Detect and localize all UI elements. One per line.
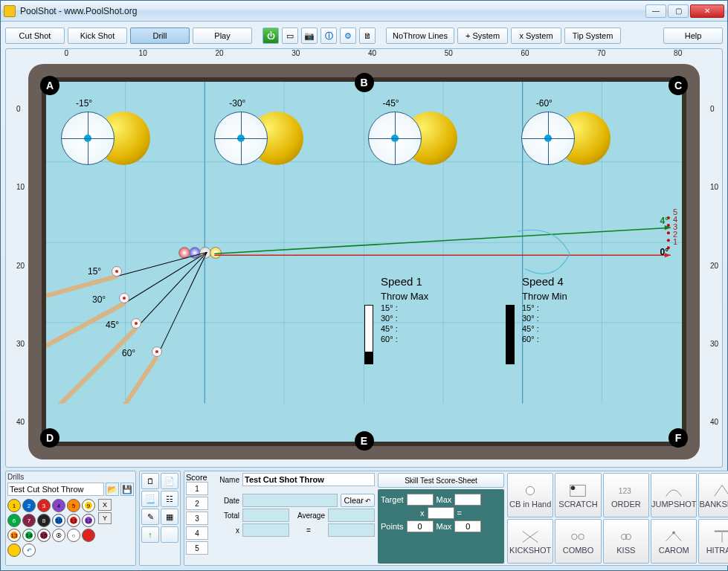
gear-icon[interactable]: ⚙	[340, 28, 356, 44]
clear-button[interactable]: Clear ↶	[341, 494, 375, 507]
kick-shot-button[interactable]: Kick Shot	[68, 28, 127, 44]
felt[interactable]: A B C D E F -15° -30° -45° -60°	[42, 77, 686, 446]
mode-carom[interactable]: CAROM	[651, 519, 698, 564]
pool-table-view[interactable]: 01020304050607080 010203040 010203040 A …	[5, 48, 723, 468]
max-input[interactable]	[454, 494, 481, 506]
angle-label-30: 30°	[92, 294, 106, 305]
shot-modes: CB in Hand SCRATCH 123ORDER JUMPSHOT BAN…	[507, 473, 728, 564]
pocket-c: C	[669, 76, 688, 95]
svg-marker-11	[665, 225, 671, 230]
mode-cb-in-hand[interactable]: CB in Hand	[507, 473, 553, 517]
total-input[interactable]	[242, 509, 289, 522]
score-slot-4[interactable]: 4	[186, 526, 208, 540]
help-button[interactable]: Help	[663, 28, 723, 44]
date-input[interactable]	[242, 494, 338, 507]
ball-3[interactable]: 3	[37, 499, 51, 512]
ball-6[interactable]: 6	[7, 514, 21, 527]
mode-order[interactable]: 123ORDER	[603, 473, 649, 517]
cut-shot-button[interactable]: Cut Shot	[5, 28, 65, 44]
ball-8[interactable]: 8	[37, 514, 51, 527]
info-icon[interactable]: ⓘ	[320, 28, 337, 44]
power-icon[interactable]: ⏻	[262, 28, 279, 44]
doc-icon[interactable]: 🗎	[359, 28, 376, 44]
note-icon[interactable]: 🗒	[141, 473, 159, 489]
x-input[interactable]	[242, 523, 289, 537]
blank-icon[interactable]	[161, 526, 178, 543]
screen-icon[interactable]: ▭	[282, 28, 298, 44]
ghost-ball[interactable]: ○	[67, 529, 80, 542]
red-ball[interactable]	[82, 529, 95, 542]
ball-13[interactable]: 13	[7, 529, 21, 542]
target-input[interactable]	[407, 494, 434, 506]
mode-kiss[interactable]: KISS	[603, 519, 649, 564]
x-system-button[interactable]: x System	[511, 28, 561, 44]
grid-icon[interactable]: ▦	[161, 509, 178, 525]
tip-system-button[interactable]: Tip System	[564, 28, 621, 44]
mode-bankshot[interactable]: BANKSHOT	[698, 473, 728, 517]
ball-12[interactable]: 12	[82, 514, 95, 527]
pocket-d: D	[40, 428, 59, 448]
mode-hitrail[interactable]: HITRAIL	[698, 519, 728, 564]
play-button[interactable]: Play	[193, 28, 252, 44]
nothrow-button[interactable]: NoThrow Lines	[386, 28, 454, 44]
ball-7[interactable]: 7	[22, 514, 36, 527]
mode-combo[interactable]: COMBO	[555, 519, 601, 564]
score-slot-2[interactable]: 2	[186, 497, 208, 510]
drill-name-input[interactable]	[7, 483, 104, 496]
undo-icon[interactable]: ↶	[22, 543, 36, 557]
camera-icon[interactable]: 📷	[301, 28, 318, 44]
score-name-input[interactable]	[242, 473, 375, 486]
score-slot-3[interactable]: 3	[186, 512, 208, 525]
mode-kickshot[interactable]: KICKSHOT	[507, 519, 553, 564]
close-button[interactable]: ✕	[690, 4, 724, 18]
svg-line-20	[46, 329, 136, 404]
max2-input[interactable]	[454, 520, 481, 532]
x2-input[interactable]	[428, 507, 454, 519]
traj-red-label: 0°	[660, 247, 669, 257]
minimize-button[interactable]: —	[645, 4, 666, 18]
ball-2[interactable]: 2	[22, 499, 36, 512]
diagram-angle-30: -30°	[229, 98, 245, 109]
ball-1[interactable]: 1	[7, 499, 21, 512]
svg-point-24	[667, 231, 670, 234]
mode-jumpshot[interactable]: JUMPSHOT	[651, 473, 698, 517]
list-icon[interactable]: ☷	[161, 491, 178, 507]
plus-system-button[interactable]: + System	[457, 28, 508, 44]
cue-ball[interactable]: ⦿	[52, 529, 65, 542]
ball-1-icon	[210, 247, 222, 259]
mode-scratch[interactable]: SCRATCH	[555, 473, 601, 517]
eq-input[interactable]	[328, 523, 375, 537]
ball-10[interactable]: 10	[52, 514, 65, 527]
x-button[interactable]: X	[98, 499, 112, 511]
action-icons: 🗒 📄 📃 ☷ ✎ ▦ ↑	[139, 471, 181, 566]
y-button[interactable]: Y	[98, 512, 112, 524]
score-slot-5[interactable]: 5	[186, 541, 208, 555]
score-sheet-button[interactable]: Skill Test Score-Sheet	[378, 473, 504, 488]
arrow-icon[interactable]: ↑	[141, 526, 159, 543]
ball-9[interactable]: 9	[82, 499, 95, 512]
maximize-button[interactable]: ▢	[668, 4, 689, 18]
drill-button[interactable]: Drill	[130, 28, 190, 44]
doc-icon[interactable]: 📄	[161, 473, 178, 489]
svg-point-32	[579, 534, 584, 539]
score-sheet: Skill Test Score-Sheet TargetMax x= Poin…	[378, 473, 504, 564]
score-slot-1[interactable]: 1	[186, 482, 208, 495]
average-input[interactable]	[328, 509, 375, 522]
ball-14[interactable]: 14	[22, 529, 36, 542]
speed-1-box: Speed 1 Throw Max 15° : 30° : 45° : 60° …	[381, 275, 428, 345]
yellow-ball[interactable]	[7, 543, 21, 557]
points-input[interactable]	[407, 520, 434, 532]
ball-palette: 1 2 3 4 5 9 6 7 8 10 11 12 13 14	[7, 499, 95, 557]
ball-15[interactable]: 15	[37, 529, 51, 542]
traj-green-label: 4°	[660, 216, 669, 226]
pocket-f: F	[669, 428, 688, 448]
angle-label-60: 60°	[122, 348, 135, 358]
save-icon[interactable]: 💾	[120, 483, 134, 496]
ball-4[interactable]: 4	[52, 499, 65, 512]
edit-icon[interactable]: ✎	[141, 509, 159, 525]
svg-line-16	[136, 252, 207, 329]
page-icon[interactable]: 📃	[141, 491, 159, 507]
ball-5[interactable]: 5	[67, 499, 80, 512]
open-icon[interactable]: 📂	[106, 483, 119, 496]
ball-11[interactable]: 11	[67, 514, 80, 527]
